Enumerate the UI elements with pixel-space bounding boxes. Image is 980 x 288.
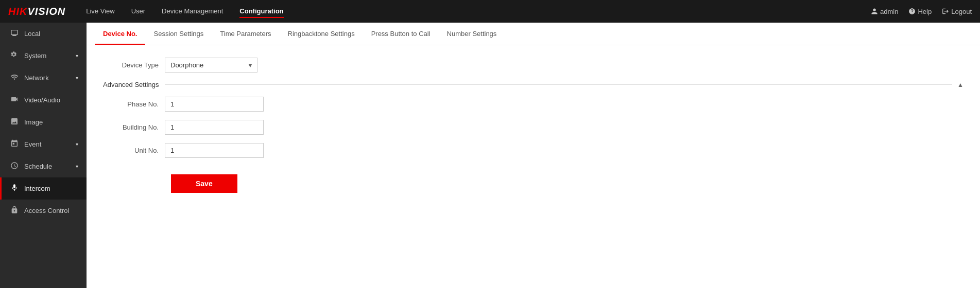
main-layout: Local System ▾ Network ▾ Video/Audio [0,23,980,288]
building-no-label: Building No. [103,123,165,131]
nav-user[interactable]: User [131,5,145,18]
device-type-select[interactable]: Doorphone Indoor Station Master Station [165,58,257,73]
chevron-down-icon: ▾ [76,141,78,147]
top-nav-right: admin Help Logout [871,8,972,15]
sidebar-label-local: Local [24,30,40,38]
advanced-settings-header: Advanced Settings ▲ [103,81,964,88]
tab-session-settings[interactable]: Session Settings [145,23,212,45]
sidebar-label-schedule: Schedule [24,163,52,170]
brand-logo: HIKVISION [8,6,65,17]
sidebar-item-network[interactable]: Network ▾ [0,67,87,89]
device-type-select-wrapper: Doorphone Indoor Station Master Station … [165,58,257,73]
nav-links: Live View User Device Management Configu… [86,5,871,18]
phase-no-input[interactable] [165,97,264,112]
chevron-down-icon: ▾ [76,75,78,81]
lock-icon [10,206,19,215]
building-no-row: Building No. [103,120,964,135]
unit-no-label: Unit No. [103,147,165,154]
content-area: Device No. Session Settings Time Paramet… [87,23,980,288]
phase-no-control [165,97,264,112]
mic-icon [10,184,19,193]
device-type-control: Doorphone Indoor Station Master Station … [165,58,257,73]
collapse-toggle-icon[interactable]: ▲ [957,81,964,88]
device-type-label: Device Type [103,61,165,69]
sidebar-item-event[interactable]: Event ▾ [0,133,87,155]
tab-number-settings[interactable]: Number Settings [439,23,505,45]
tab-device-no[interactable]: Device No. [95,23,145,45]
sidebar-item-schedule[interactable]: Schedule ▾ [0,155,87,177]
sidebar-label-intercom: Intercom [24,185,50,192]
sidebar-item-access-control[interactable]: Access Control [0,200,87,222]
sidebar-label-event: Event [24,140,41,148]
unit-no-input[interactable] [165,143,264,158]
video-icon [10,95,19,105]
network-icon [10,73,19,83]
save-button[interactable]: Save [171,174,237,193]
admin-link[interactable]: admin [871,8,898,15]
unit-no-control [165,143,264,158]
nav-configuration[interactable]: Configuration [239,5,283,18]
help-link[interactable]: Help [908,8,932,15]
nav-live-view[interactable]: Live View [86,5,114,18]
tab-bar: Device No. Session Settings Time Paramet… [87,23,980,45]
schedule-icon [10,161,19,171]
image-icon [10,117,19,127]
sidebar-item-image[interactable]: Image [0,111,87,133]
section-divider [165,84,952,85]
chevron-down-icon: ▾ [76,53,78,59]
system-icon [10,51,19,61]
sidebar-item-video-audio[interactable]: Video/Audio [0,89,87,111]
phase-no-label: Phase No. [103,100,165,108]
sidebar-label-image: Image [24,118,43,126]
sidebar-label-video-audio: Video/Audio [24,96,60,104]
form-area: Device Type Doorphone Indoor Station Mas… [87,45,980,288]
monitor-icon [10,29,19,39]
advanced-settings-title: Advanced Settings [103,81,159,88]
sidebar-item-intercom[interactable]: Intercom [0,177,87,200]
tab-press-button-to-call[interactable]: Press Button to Call [363,23,439,45]
save-button-wrapper: Save [103,166,964,193]
tab-ringbacktone-settings[interactable]: Ringbacktone Settings [280,23,363,45]
chevron-down-icon: ▾ [76,164,78,169]
event-icon [10,139,19,149]
top-nav: HIKVISION Live View User Device Manageme… [0,0,980,23]
building-no-input[interactable] [165,120,264,135]
sidebar-label-system: System [24,52,46,60]
sidebar-label-access-control: Access Control [24,207,69,214]
sidebar-item-local[interactable]: Local [0,23,87,45]
sidebar-label-network: Network [24,74,49,82]
sidebar-item-system[interactable]: System ▾ [0,45,87,67]
device-type-row: Device Type Doorphone Indoor Station Mas… [103,58,964,73]
building-no-control [165,120,264,135]
phase-no-row: Phase No. [103,97,964,112]
nav-device-management[interactable]: Device Management [162,5,223,18]
unit-no-row: Unit No. [103,143,964,158]
logout-link[interactable]: Logout [942,8,972,15]
tab-time-parameters[interactable]: Time Parameters [212,23,279,45]
sidebar: Local System ▾ Network ▾ Video/Audio [0,23,87,288]
